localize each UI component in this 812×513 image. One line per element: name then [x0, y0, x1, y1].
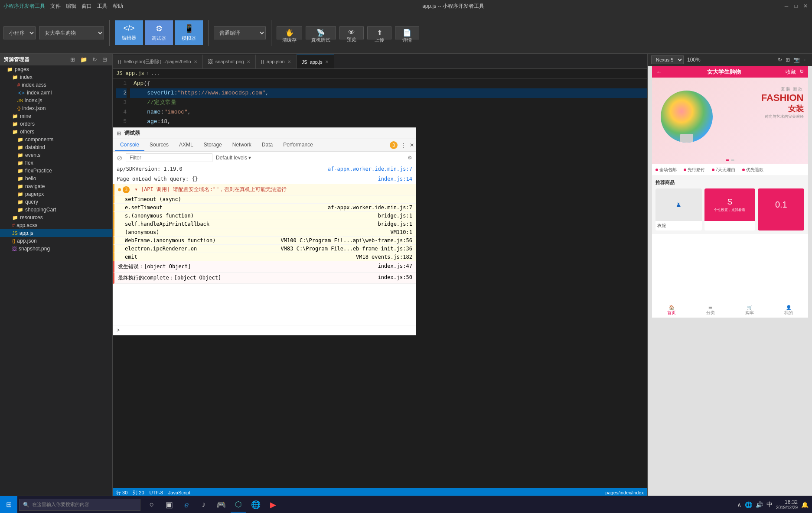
warn-detail-file-link[interactable]: bridge.js:1	[378, 213, 412, 219]
upload-button[interactable]: ⬆ 上传	[367, 26, 391, 39]
compile-mode-select[interactable]: 普通编译	[214, 26, 266, 39]
warn-detail-file-link[interactable]: af-appx.worker.ide.min.js:7	[328, 205, 412, 211]
menu-item-tools[interactable]: 工具	[97, 3, 108, 10]
tab-app-json[interactable]: {}app.json✕	[256, 55, 297, 68]
tree-item-pagerpx[interactable]: 📁pagerpx	[0, 190, 112, 198]
tree-item-app.js[interactable]: JSapp.js	[0, 229, 112, 237]
tab-close-btn[interactable]: ✕	[287, 59, 291, 64]
log-file-link[interactable]: af-appx.worker.ide.min.js:7	[328, 166, 412, 172]
window-controls[interactable]: ─ □ ✕	[783, 3, 809, 9]
devtools-tab-data[interactable]: Data	[257, 139, 278, 151]
menu-item-window[interactable]: 窗口	[82, 3, 92, 10]
tab-cart[interactable]: 🛒 购车	[730, 303, 769, 318]
error-file-link[interactable]: index.js:47	[378, 263, 412, 270]
taskbar-edge[interactable]: ℯ	[179, 497, 194, 513]
simulator-button[interactable]: 📱 模拟器	[175, 20, 203, 45]
tree-item-app.json[interactable]: {}app.json	[0, 237, 112, 245]
start-button[interactable]: ⊞	[0, 496, 17, 513]
clear-cache-button[interactable]: 🖐 清缓存	[277, 26, 302, 39]
menu-item-app[interactable]: 小程序开发者工具	[3, 3, 45, 10]
devtools-block-icon[interactable]: ⊘	[117, 154, 122, 162]
tree-item-flex[interactable]: 📁flex	[0, 159, 112, 167]
devtools-console-content[interactable]: ap/SDKVersion: 1.19.0af-appx.worker.ide.…	[113, 164, 416, 325]
tab-app-js[interactable]: JSapp.js✕	[297, 55, 334, 68]
warn-detail-file-link[interactable]: VM18 events.js:182	[356, 254, 412, 260]
title-bar-menu[interactable]: 小程序开发者工具 文件 编辑 窗口 工具 帮助	[3, 3, 123, 10]
taskbar-app[interactable]: ⬡	[231, 497, 246, 513]
taskbar-music[interactable]: ♪	[196, 497, 212, 513]
tab-snapshot-png[interactable]: 🖼snapshot.png✕	[203, 55, 256, 68]
tree-item-index.acss[interactable]: #index.acss	[0, 81, 112, 89]
miniprogram-select[interactable]: 小程序	[3, 26, 36, 39]
tree-item-index[interactable]: 📁index	[0, 73, 112, 81]
screenshot-icon[interactable]: 📷	[793, 57, 800, 63]
preview-toolbar-icon[interactable]: ⊞	[786, 57, 790, 63]
log-file-link[interactable]: index.js:14	[378, 176, 412, 182]
devtools-tab-console[interactable]: Console	[115, 139, 144, 151]
tree-item-events[interactable]: 📁events	[0, 151, 112, 159]
devtools-more-icon[interactable]: ⋮	[401, 142, 406, 148]
taskbar-video[interactable]: ▶	[265, 497, 281, 513]
devtools-filter-input[interactable]	[126, 153, 212, 162]
app-dropdown[interactable]: 女大学生购物	[39, 26, 104, 39]
devtools-tab-storage[interactable]: Storage	[199, 139, 227, 151]
tree-item-query[interactable]: 📁query	[0, 198, 112, 206]
taskbar-task-view[interactable]: ▣	[161, 497, 177, 513]
tab-close-btn[interactable]: ✕	[194, 59, 197, 64]
tree-item-shoppingCart[interactable]: 📁shoppingCart	[0, 206, 112, 214]
taskbar-browser[interactable]: 🌐	[248, 497, 264, 513]
back-icon[interactable]: ←	[803, 57, 809, 63]
devtools-bottom-arrow[interactable]: >	[117, 327, 120, 333]
sys-network-icon[interactable]: 🌐	[745, 501, 752, 508]
taskbar-search[interactable]: 🔍 在这里输入你要搜索的内容	[19, 499, 140, 511]
taskbar-clock[interactable]: 16:32 2019/12/29	[776, 499, 798, 510]
refresh-icon[interactable]: ↻	[778, 57, 782, 63]
tab-home[interactable]: 🏠 首页	[652, 303, 691, 318]
bookmark-label[interactable]: 收藏	[786, 68, 796, 76]
tree-item-others[interactable]: 📁others	[0, 128, 112, 136]
minimize-btn[interactable]: ─	[783, 3, 789, 9]
tab-close-btn[interactable]: ✕	[247, 59, 250, 64]
sys-chevron-icon[interactable]: ∧	[737, 501, 741, 508]
product-card-3[interactable]: 0.1	[758, 188, 804, 231]
tab-close-btn[interactable]: ✕	[325, 59, 329, 64]
tab-category[interactable]: ☰ 分类	[691, 303, 730, 318]
new-folder-btn[interactable]: 📁	[78, 55, 89, 64]
tree-item-orders[interactable]: 📁orders	[0, 120, 112, 128]
sys-notifications-icon[interactable]: 🔔	[801, 501, 809, 508]
warn-detail-file-link[interactable]: bridge.js:1	[378, 221, 412, 227]
detail-button[interactable]: 📄 详情	[395, 26, 419, 39]
tree-item-index.js[interactable]: JSindex.js	[0, 97, 112, 104]
sys-sound-icon[interactable]: 🔊	[756, 501, 763, 508]
real-debug-button[interactable]: 📡 真机调试	[306, 26, 336, 39]
product-card-2[interactable]: S 个性设置，点我看看	[704, 188, 755, 231]
tree-item-flexPractice[interactable]: 📁flexPractice	[0, 167, 112, 175]
devtools-settings-icon[interactable]: ⚙	[408, 155, 412, 161]
device-select[interactable]: Nexus 5	[651, 55, 684, 64]
devtools-close-icon[interactable]: ✕	[410, 142, 414, 148]
sys-keyboard-icon[interactable]: 中	[766, 501, 773, 509]
tree-item-index.axml[interactable]: ≺≻index.axml	[0, 89, 112, 97]
tree-item-mine[interactable]: 📁mine	[0, 112, 112, 120]
maximize-btn[interactable]: □	[793, 3, 799, 9]
warn-detail-file-link[interactable]: VM83 C:\Program File...eb-frame-init.js:…	[281, 246, 412, 252]
refresh-preview-icon[interactable]: ↻	[799, 68, 804, 76]
debug-button[interactable]: ⚙ 调试器	[145, 20, 173, 45]
devtools-tab-network[interactable]: Network	[227, 139, 257, 151]
tree-item-hello[interactable]: 📁hello	[0, 175, 112, 182]
new-file-btn[interactable]: ⊞	[68, 55, 77, 64]
product-card-1[interactable]: 👗 衣服	[655, 188, 702, 231]
devtools-tab-axml[interactable]: AXML	[174, 139, 199, 151]
menu-item-edit[interactable]: 编辑	[66, 3, 76, 10]
taskbar-cortana[interactable]: ○	[144, 497, 160, 513]
tab-mine[interactable]: 👤 我的	[769, 303, 808, 318]
menu-item-file[interactable]: 文件	[50, 3, 61, 10]
preview-button[interactable]: 👁 预览	[339, 26, 364, 39]
error-file-link[interactable]: index.js:50	[378, 274, 412, 282]
refresh-btn[interactable]: ↻	[91, 55, 99, 64]
devtools-level-select[interactable]: Default levels ▾	[216, 155, 251, 161]
collapse-btn[interactable]: ⊟	[101, 55, 109, 64]
warn-detail-file-link[interactable]: VM100 C:\Program Fil...api\web-frame.js:…	[281, 237, 412, 244]
devtools-tab-performance[interactable]: Performance	[278, 139, 318, 151]
tree-item-index.json[interactable]: {}index.json	[0, 104, 112, 112]
